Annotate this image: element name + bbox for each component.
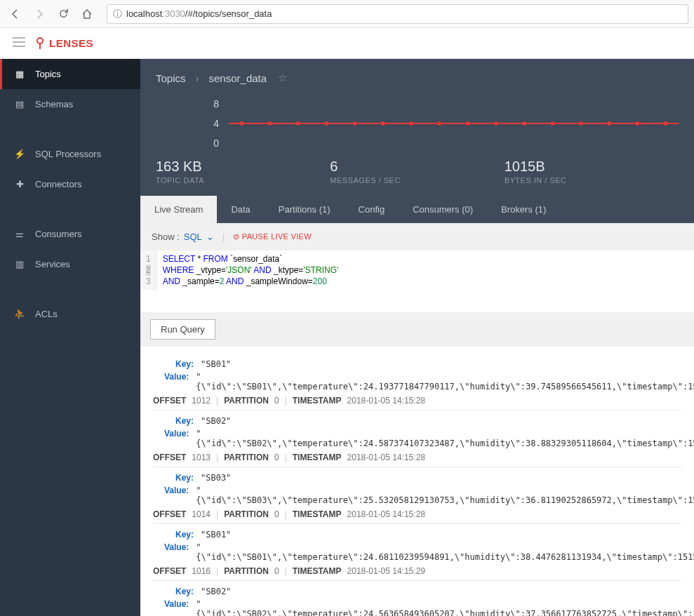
sidebar-item-topics[interactable]: ▦Topics [0,59,140,89]
breadcrumb-root[interactable]: Topics [156,72,186,84]
sidebar-item-consumers[interactable]: ⚌Consumers [0,219,140,249]
app-header: LENSES [0,28,694,59]
stream-controls: Show : SQL ⌄ | ⊘ PAUSE LIVE VIEW [140,223,694,250]
plug-icon: ✚ [14,179,25,189]
pause-button[interactable]: ⊘ PAUSE LIVE VIEW [233,232,312,241]
url-port: :3030 [162,8,185,19]
editor-gutter: 123 [140,250,157,290]
record: Key:"SB01"Value:"{\"id\":\"SB01\",\"temp… [153,523,681,580]
sidebar-item-label: ACLs [35,309,58,319]
svg-point-16 [607,121,610,126]
users-icon: ⛹ [14,309,25,319]
y-tick: 0 [213,138,219,149]
stat-topic-data: 163 KBTOPIC DATA [156,159,330,185]
stat-messages: 6MESSAGES / SEC [330,159,504,185]
stat-value: 6 [330,159,504,175]
topic-chart: 8 4 0 [156,97,679,150]
partition-value: 0 [274,566,279,576]
sidebar-item-label: Services [35,259,70,269]
y-tick: 4 [213,118,219,129]
tab-brokers[interactable]: Brokers (1) [487,196,560,223]
record: Key:"SB02"Value:"{\"id\":\"SB02\",\"temp… [153,410,681,467]
offset-label: OFFSET [153,396,186,406]
offset-value: 1016 [192,566,211,576]
svg-point-5 [296,121,300,126]
key-label: Key: [164,530,194,540]
run-query-button[interactable]: Run Query [150,319,215,340]
sidebar-item-label: Connectors [35,179,81,189]
breadcrumb: Topics › sensor_data ☆ [156,72,679,84]
document-icon: ▤ [14,99,25,109]
value-label: Value: [164,372,189,391]
forward-button[interactable] [29,4,49,24]
editor-padding [140,290,694,312]
svg-point-18 [664,121,667,126]
sidebar: ▦Topics ▤Schemas ⚡SQL Processors ✚Connec… [0,28,140,616]
key-label: Key: [164,473,194,483]
back-button[interactable] [6,4,25,24]
partition-label: PARTITION [224,453,269,462]
tab-consumers[interactable]: Consumers (0) [399,196,487,223]
tab-config[interactable]: Config [345,196,399,223]
info-icon: ⓘ [113,8,122,20]
offset-label: OFFSET [153,509,186,519]
sidebar-item-label: Consumers [35,229,81,239]
svg-point-13 [522,121,526,126]
logo[interactable]: LENSES [35,37,93,50]
stat-label: TOPIC DATA [156,176,330,185]
url-bar[interactable]: ⓘ localhost:3030/#/topics/sensor_data [107,4,688,24]
reload-button[interactable] [53,4,73,24]
offset-label: OFFSET [153,453,186,462]
sidebar-item-label: Topics [35,69,61,79]
editor-code[interactable]: SELECT * FROM `sensor_data` WHERE _vtype… [157,250,694,290]
key-label: Key: [164,587,194,596]
sql-toggle[interactable]: SQL [184,232,202,242]
svg-point-8 [381,121,385,126]
sidebar-item-sql[interactable]: ⚡SQL Processors [0,139,140,169]
home-button[interactable] [77,4,97,24]
svg-point-11 [466,121,469,126]
tab-data[interactable]: Data [217,196,264,223]
offset-label: OFFSET [153,566,186,576]
partition-label: PARTITION [224,509,269,519]
value-value: "{\"id\":\"SB02\",\"temperature\":24.563… [196,599,694,616]
chevron-right-icon: › [196,72,199,84]
query-bar: Run Query [140,312,694,347]
stat-label: BYTES IN / SEC [505,176,679,185]
sidebar-item-acls[interactable]: ⛹ACLs [0,299,140,329]
sidebar-item-connectors[interactable]: ✚Connectors [0,169,140,199]
menu-icon[interactable] [13,37,25,50]
value-label: Value: [164,429,189,448]
sidebar-item-schemas[interactable]: ▤Schemas [0,89,140,119]
record: Key:"SB01"Value:"{\"id\":\"SB01\",\"temp… [153,354,681,410]
stat-value: 163 KB [156,159,330,175]
partition-label: PARTITION [224,396,269,406]
svg-point-17 [636,121,639,126]
offset-value: 1012 [192,396,211,406]
timestamp-value: 2018-01-05 14:15:28 [347,453,425,462]
key-label: Key: [164,359,194,369]
svg-point-0 [37,38,43,43]
stat-value: 1015B [505,159,679,175]
value-value: "{\"id\":\"SB03\",\"temperature\":25.532… [196,486,694,505]
chevron-down-icon[interactable]: ⌄ [206,232,214,242]
url-path: /#/topics/sensor_data [185,8,272,19]
sql-editor[interactable]: 123 SELECT * FROM `sensor_data` WHERE _v… [140,250,694,290]
topic-stats: 163 KBTOPIC DATA 6MESSAGES / SEC 1015BBY… [156,159,679,196]
tab-partitions[interactable]: Partitions (1) [265,196,345,223]
key-value: "SB03" [201,473,231,483]
brand-text: LENSES [49,37,93,49]
partition-value: 0 [274,453,279,462]
sidebar-item-services[interactable]: ▥Services [0,249,140,279]
key-value: "SB01" [201,530,231,540]
value-label: Value: [164,486,189,505]
svg-point-12 [494,121,498,126]
stat-bytes: 1015BBYTES IN / SEC [505,159,679,185]
sidebar-item-label: Schemas [35,99,73,109]
timestamp-value: 2018-01-05 14:15:29 [347,566,425,576]
timestamp-label: TIMESTAMP [293,453,342,462]
value-label: Value: [164,599,189,616]
tab-live-stream[interactable]: Live Stream [140,196,217,223]
star-icon[interactable]: ☆ [278,72,287,84]
timestamp-value: 2018-01-05 14:15:28 [347,509,425,519]
